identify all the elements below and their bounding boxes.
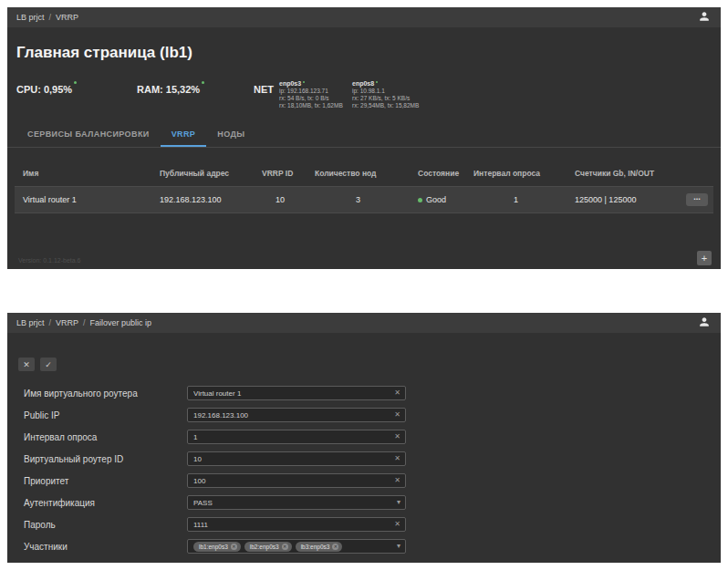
close-icon: ✕ xyxy=(23,360,30,369)
tab-balancing-services[interactable]: СЕРВИСЫ БАЛАНСИРОВКИ xyxy=(16,124,161,147)
breadcrumb-item-project[interactable]: LB prjct xyxy=(16,318,45,327)
interface-ip: ip: 192.168.123.71 xyxy=(279,88,352,95)
table-header-row: Имя Публичный адрес VRRP ID Количество н… xyxy=(15,161,713,186)
member-chips: lb1:enp0s3✕ lb2:enp0s3✕ lb3:enp0s3✕ xyxy=(193,542,397,552)
clear-field-icon[interactable]: ✕ xyxy=(394,521,400,528)
public-ip-input[interactable]: 192.168.123.100 ✕ xyxy=(187,408,406,422)
col-header-node-count: Количество нод xyxy=(307,169,410,178)
interface-enp0s8: enp0s8 ip: 10.98.1.1 rx: 27 KB/s, tx: 5 … xyxy=(352,80,425,109)
interface-name: enp0s3 xyxy=(279,80,301,87)
breadcrumb-separator: / xyxy=(49,318,52,327)
authentication-select[interactable]: PASS ▾ xyxy=(187,495,406,510)
col-header-counters: Счетчики Gb, IN/OUT xyxy=(567,169,676,178)
remove-chip-icon[interactable]: ✕ xyxy=(332,544,338,550)
col-header-name: Имя xyxy=(15,169,151,178)
interface-rate: rx: 27 KB/s, tx: 5 KB/s xyxy=(352,95,425,102)
net-stat-label: NET xyxy=(254,80,279,97)
version-label: Version: 0.1.12-beta.6 xyxy=(18,257,81,264)
breadcrumb-item-vrrp[interactable]: VRRP xyxy=(56,318,78,327)
cancel-button[interactable]: ✕ xyxy=(18,358,35,371)
form-row-router-name: Имя виртуального роутера Virtual router … xyxy=(7,382,721,404)
col-header-vrrp-id: VRRP ID xyxy=(254,169,307,178)
confirm-button[interactable]: ✓ xyxy=(40,358,57,371)
remove-chip-icon[interactable]: ✕ xyxy=(231,544,237,550)
field-label: Пароль xyxy=(24,520,187,530)
clear-field-icon[interactable]: ✕ xyxy=(394,455,400,462)
remove-chip-icon[interactable]: ✕ xyxy=(282,544,288,550)
form-row-authentication: Аутентификация PASS ▾ xyxy=(7,492,721,513)
state-text: Good xyxy=(426,195,446,204)
host-stats: CPU: 0,95% RAM: 15,32% NET enp0s3 ip: 19… xyxy=(7,80,721,109)
input-value: 100 xyxy=(193,477,394,485)
chip-label: lb2:enp0s3 xyxy=(250,544,279,550)
breadcrumb-item-project[interactable]: LB prjct xyxy=(16,13,45,22)
breadcrumb-separator: / xyxy=(83,318,86,327)
interface-ip: ip: 10.98.1.1 xyxy=(352,88,425,95)
members-multiselect[interactable]: lb1:enp0s3✕ lb2:enp0s3✕ lb3:enp0s3✕ ▾ xyxy=(187,539,406,554)
vrrp-overview-panel: LB prjct / VRRP Главная страница (lb1) C… xyxy=(7,7,721,269)
field-label: Участники xyxy=(24,542,187,552)
member-chip[interactable]: lb3:enp0s3✕ xyxy=(296,542,343,552)
field-label: Виртуальный роутер ID xyxy=(24,454,187,464)
clear-field-icon[interactable]: ✕ xyxy=(394,411,400,419)
member-chip[interactable]: lb1:enp0s3✕ xyxy=(193,542,241,552)
router-id-input[interactable]: 10 ✕ xyxy=(187,451,406,466)
breadcrumb: LB prjct / VRRP / Failover public ip xyxy=(16,318,151,327)
chevron-down-icon[interactable]: ▾ xyxy=(397,543,400,550)
interface-total: rx: 29,54MB, tx: 15,82MB xyxy=(352,102,425,109)
cell-poll-interval: 1 xyxy=(465,195,567,204)
input-value: 192.168.123.100 xyxy=(193,411,394,420)
chip-label: lb1:enp0s3 xyxy=(199,544,228,550)
form-row-router-id: Виртуальный роутер ID 10 ✕ xyxy=(7,448,721,470)
router-name-input[interactable]: Virtual router 1 ✕ xyxy=(187,386,406,400)
cell-name: Virtual router 1 xyxy=(15,195,151,204)
tab-vrrp[interactable]: VRRP xyxy=(161,124,207,147)
user-icon xyxy=(699,9,710,26)
row-actions-button[interactable]: ... xyxy=(686,193,708,206)
add-vrrp-button[interactable]: + xyxy=(697,251,712,265)
breadcrumb-item-failover[interactable]: Failover public ip xyxy=(90,318,152,327)
input-value: 10 xyxy=(193,455,394,463)
form-row-public-ip: Public IP 192.168.123.100 ✕ xyxy=(7,404,721,426)
selected-value: PASS xyxy=(193,499,397,507)
password-input[interactable]: 1111 ✕ xyxy=(187,517,406,532)
cpu-value: CPU: 0,95% xyxy=(16,84,72,95)
field-label: Имя виртуального роутера xyxy=(24,389,187,399)
user-menu-button[interactable] xyxy=(697,316,712,330)
failover-form: Имя виртуального роутера Virtual router … xyxy=(7,382,721,557)
top-app-bar: LB prjct / VRRP xyxy=(7,7,721,27)
col-header-state: Состояние xyxy=(410,169,465,178)
cell-state: Good xyxy=(410,195,465,204)
form-row-password: Пароль 1111 ✕ xyxy=(7,513,721,535)
member-chip[interactable]: lb2:enp0s3✕ xyxy=(244,542,292,552)
poll-interval-input[interactable]: 1 ✕ xyxy=(187,430,406,444)
chevron-down-icon[interactable]: ▾ xyxy=(397,499,400,506)
col-header-public-address: Публичный адрес xyxy=(151,169,254,178)
breadcrumb-item-vrrp[interactable]: VRRP xyxy=(56,13,78,22)
clear-field-icon[interactable]: ✕ xyxy=(394,389,400,397)
input-value: Virtual router 1 xyxy=(193,389,394,398)
ellipsis-icon: ... xyxy=(693,192,701,202)
field-label: Аутентификация xyxy=(24,498,187,508)
clear-field-icon[interactable]: ✕ xyxy=(394,433,400,440)
failover-form-panel: LB prjct / VRRP / Failover public ip ✕ ✓… xyxy=(7,313,721,563)
priority-input[interactable]: 100 ✕ xyxy=(187,473,406,488)
vrrp-table: Имя Публичный адрес VRRP ID Количество н… xyxy=(15,161,713,213)
col-header-poll-interval: Интервал опроса xyxy=(465,169,567,178)
form-row-priority: Приоритет 100 ✕ xyxy=(7,470,721,492)
input-value: 1111 xyxy=(193,521,394,529)
field-label: Public IP xyxy=(24,410,187,420)
cell-public-address: 192.168.123.100 xyxy=(151,195,254,204)
tab-nodes[interactable]: НОДЫ xyxy=(206,124,255,147)
cell-node-count: 3 xyxy=(307,195,410,204)
interface-name: enp0s8 xyxy=(352,80,374,87)
clear-field-icon[interactable]: ✕ xyxy=(394,477,400,484)
form-row-members: Участники lb1:enp0s3✕ lb2:enp0s3✕ lb3:en… xyxy=(7,535,721,557)
input-value: 1 xyxy=(193,433,394,441)
user-menu-button[interactable] xyxy=(697,10,712,25)
plus-icon: + xyxy=(702,253,707,264)
table-row[interactable]: Virtual router 1 192.168.123.100 10 3 Go… xyxy=(15,186,713,213)
cpu-stat: CPU: 0,95% xyxy=(16,80,137,97)
field-label: Интервал опроса xyxy=(24,432,187,442)
net-label-text: NET xyxy=(254,84,274,95)
